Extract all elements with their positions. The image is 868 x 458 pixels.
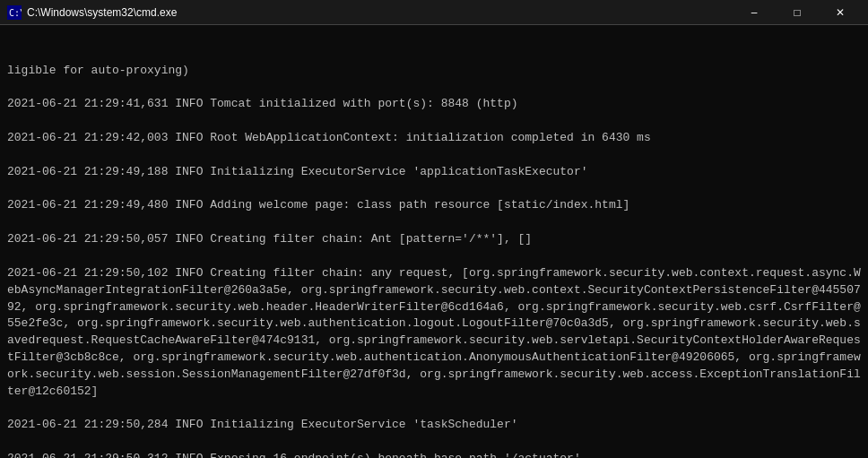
log-line: 2021-06-21 21:29:49,188 INFO Initializin… (7, 164, 861, 181)
log-line: 2021-06-21 21:29:42,003 INFO Root WebApp… (7, 130, 861, 147)
window-title: C:\Windows\system32\cmd.exe (27, 6, 177, 19)
log-line: 2021-06-21 21:29:50,057 INFO Creating fi… (7, 231, 861, 248)
log-line: 2021-06-21 21:29:41,631 INFO Tomcat init… (7, 96, 861, 113)
log-line (7, 80, 861, 97)
log-line (7, 401, 861, 418)
log-line: ligible for auto-proxying) (7, 63, 861, 80)
log-line: 2021-06-21 21:29:49,480 INFO Adding welc… (7, 197, 861, 214)
log-line: 2021-06-21 21:29:50,312 INFO Exposing 16… (7, 451, 861, 458)
title-left: C:\ C:\Windows\system32\cmd.exe (7, 5, 177, 20)
log-line: 2021-06-21 21:29:50,102 INFO Creating fi… (7, 265, 861, 401)
minimize-button[interactable]: – (733, 0, 775, 25)
svg-text:C:\: C:\ (9, 8, 22, 18)
window-controls: – □ ✕ (733, 0, 861, 25)
log-line (7, 113, 861, 130)
close-button[interactable]: ✕ (820, 0, 861, 25)
window: C:\ C:\Windows\system32\cmd.exe – □ ✕ li… (0, 0, 868, 458)
log-line (7, 214, 861, 231)
log-line (7, 181, 861, 198)
cmd-icon: C:\ (7, 5, 22, 20)
log-line (7, 248, 861, 265)
title-bar: C:\ C:\Windows\system32\cmd.exe – □ ✕ (0, 0, 868, 25)
log-line (7, 147, 861, 164)
terminal-body: ligible for auto-proxying) 2021-06-21 21… (0, 25, 868, 458)
log-line: 2021-06-21 21:29:50,284 INFO Initializin… (7, 417, 861, 434)
maximize-button[interactable]: □ (777, 0, 818, 25)
log-line (7, 434, 861, 451)
